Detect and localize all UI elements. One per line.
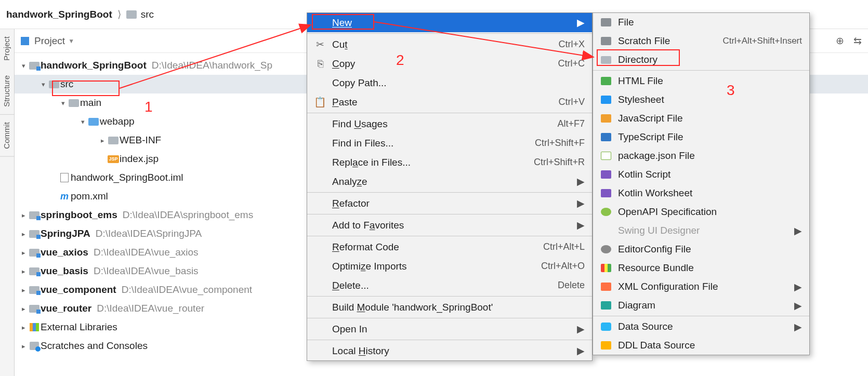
twisty-icon[interactable]: ▸ [19,211,28,219]
submenu-arrow-icon: ▶ [794,321,802,333]
tree-iml-label: handwork_SpringBoot.iml [71,172,183,183]
new-package-json[interactable]: package.json File [593,146,809,165]
menu-separator [307,296,592,297]
ctx-reformat[interactable]: Reformat CodeCtrl+Alt+L [307,237,592,257]
project-panel-title: Project [34,35,65,47]
tree-main-label: main [80,97,101,109]
ctx-open-in[interactable]: Open In▶ [307,319,592,339]
new-kotlin-script[interactable]: Kotlin Script [593,165,809,184]
twisty-icon[interactable]: ▾ [38,80,48,88]
shortcut-label: Ctrl+Alt+Shift+Insert [722,36,802,46]
ctx-copy[interactable]: ⎘CopyCtrl+C [307,54,592,73]
tree-item-path: D:\Idea\IDEA\vue_router [97,303,204,314]
tree-webapp-label: webapp [100,116,135,127]
locate-icon[interactable]: ⊕ [836,35,844,47]
new-ddl-data-source[interactable]: DDL Data Source [593,336,809,355]
new-xml-config[interactable]: XML Configuration File▶ [593,277,809,296]
ctx-delete[interactable]: Delete...Delete [307,276,592,295]
project-view-dropdown[interactable]: ▼ [68,37,74,45]
tree-item-path: D:\Idea\IDEA\vue_basis [94,265,199,277]
new-kotlin-worksheet[interactable]: Kotlin Worksheet [593,184,809,203]
sidebar-tab-structure[interactable]: Structure [0,68,14,115]
new-html-file[interactable]: HTML File [593,72,809,90]
sidebar-tab-project[interactable]: Project [0,29,14,68]
gear-icon [601,245,611,253]
tree-scr-label: Scratches and Consoles [41,340,148,352]
ctx-find-usages[interactable]: Find UsagesAlt+F7 [307,114,592,133]
ctx-build-module[interactable]: Build Module 'handwork_SpringBoot' [307,298,592,317]
cut-icon: ✂ [314,38,326,50]
new-typescript-file[interactable]: TypeScript File [593,128,809,146]
xml-icon [601,283,611,291]
ctx-favorites[interactable]: Add to Favorites▶ [307,216,592,235]
new-resource-bundle[interactable]: Resource Bundle [593,259,809,277]
ctx-optimize[interactable]: Optimize ImportsCtrl+Alt+O [307,257,592,276]
ts-icon [601,133,611,141]
scratch-file-icon [601,37,611,45]
project-toolbar: ⊕ ⇆ [836,35,862,47]
new-javascript-file[interactable]: JavaScript File [593,109,809,128]
ctx-copy-path[interactable]: Copy Path... [307,73,592,92]
twisty-icon[interactable]: ▸ [19,305,28,313]
new-stylesheet[interactable]: Stylesheet [593,90,809,109]
new-file[interactable]: File [593,13,809,32]
tree-item-label: springboot_ems [41,209,117,221]
ctx-analyze[interactable]: Analyze▶ [307,172,592,191]
sidebar-tab-commit[interactable]: Commit [0,115,14,157]
iml-icon [60,173,69,182]
web-folder-icon [88,118,99,126]
twisty-icon[interactable]: ▸ [98,137,107,144]
new-editorconfig[interactable]: EditorConfig File [593,240,809,259]
ctx-find-in-files[interactable]: Find in Files...Ctrl+Shift+F [307,133,592,153]
tree-item-label: vue_router [41,303,91,314]
module-folder-icon [29,249,40,257]
breadcrumb-src[interactable]: src [126,9,154,20]
ctx-local-history[interactable]: Local History▶ [307,341,592,360]
new-data-source[interactable]: Data Source▶ [593,317,809,336]
menu-separator [307,236,592,236]
new-diagram[interactable]: Diagram▶ [593,296,809,315]
context-menu: New▶ ✂CutCtrl+X ⎘CopyCtrl+C Copy Path...… [307,12,593,361]
twisty-icon[interactable]: ▸ [19,267,28,275]
paste-icon: 📋 [314,96,326,108]
diagram-icon [601,301,611,310]
shortcut-label: Delete [558,280,585,291]
submenu-arrow-icon: ▶ [577,323,585,335]
twisty-icon[interactable]: ▸ [19,286,28,294]
breadcrumb-root[interactable]: handwork_SpringBoot [6,9,112,20]
breadcrumb-sep: ⟩ [117,8,121,20]
tree-item-path: D:\Idea\IDEA\vue_component [122,284,252,296]
submenu-arrow-icon: ▶ [794,281,802,293]
twisty-icon[interactable]: ▸ [19,342,28,350]
shortcut-label: Ctrl+Alt+O [541,261,585,272]
resource-bundle-icon [601,264,611,272]
submenu-arrow-icon: ▶ [577,345,585,357]
maven-icon: m [60,192,69,201]
shortcut-label: Alt+F7 [557,118,585,129]
kotlin-icon [601,189,611,197]
node-icon [601,152,611,160]
module-folder-icon [29,305,40,313]
shortcut-label: Ctrl+V [558,97,585,108]
expand-icon[interactable]: ⇆ [853,35,862,47]
twisty-icon[interactable]: ▾ [19,62,28,70]
twisty-icon[interactable]: ▾ [58,99,68,107]
module-folder-icon [29,267,40,275]
new-scratch-file[interactable]: Scratch FileCtrl+Alt+Shift+Insert [593,32,809,50]
tree-ext-label: External Libraries [41,321,117,333]
ctx-cut[interactable]: ✂CutCtrl+X [307,35,592,54]
database-icon [601,323,611,331]
new-openapi-spec[interactable]: OpenAPI Specification [593,203,809,221]
ctx-refactor[interactable]: Refactor▶ [307,194,592,213]
folder-icon [108,137,119,144]
twisty-icon[interactable]: ▸ [19,324,28,331]
ctx-paste[interactable]: 📋PasteCtrl+V [307,92,592,112]
annotation-box-1 [52,80,120,96]
twisty-icon[interactable]: ▾ [78,118,87,126]
module-folder-icon [29,230,40,238]
twisty-icon[interactable]: ▸ [19,230,28,238]
ctx-replace-in-files[interactable]: Replace in Files...Ctrl+Shift+R [307,153,592,172]
twisty-icon[interactable]: ▸ [19,249,28,257]
menu-separator [307,33,592,34]
new-swing-ui-designer[interactable]: Swing UI Designer▶ [593,221,809,240]
